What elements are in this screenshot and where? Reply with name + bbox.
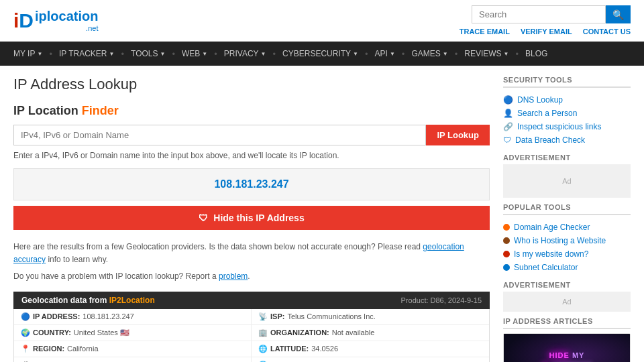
sidebar-item-search-person[interactable]: 👤 Search a Person xyxy=(503,107,631,120)
popular-item-domain[interactable]: Domain Age Checker xyxy=(503,221,631,234)
nav-item-myip[interactable]: MY IP▼ xyxy=(7,42,49,66)
ip-address-display: 108.181.23.247 xyxy=(214,178,288,190)
red-dot-icon xyxy=(503,251,510,257)
brown-dot-icon xyxy=(503,237,510,244)
geo-cell-ip: 🔵IP ADDRESS:108.181.23.247 xyxy=(14,309,252,325)
contact-us-link[interactable]: CONTACT US xyxy=(583,27,631,36)
finder-description: Enter a IPv4, IPv6 or Domain name into t… xyxy=(13,151,490,160)
article-card: HIDE MY IP ADDRESS March 1, 2016 How to … xyxy=(503,333,631,362)
top-links: TRACE EMAIL VERIFY EMAIL CONTACT US xyxy=(460,27,631,36)
geo-cell-isp: 📡ISP:Telus Communications Inc. xyxy=(252,309,489,325)
ad-placeholder-2: Ad xyxy=(503,292,631,312)
search-input[interactable] xyxy=(472,5,606,23)
finder-input-row: IP Lookup xyxy=(13,125,490,145)
ip2location-brand: IP2Location xyxy=(109,296,155,305)
logo-net: .net xyxy=(35,24,98,32)
shield-icon: 🛡 xyxy=(199,213,208,223)
blue-dot-icon xyxy=(503,264,510,271)
nav-item-games[interactable]: GAMES▼ xyxy=(405,42,454,66)
nav-item-tools[interactable]: TOOLS▼ xyxy=(124,42,172,66)
geo-data-grid: 🔵IP ADDRESS:108.181.23.247 📡ISP:Telus Co… xyxy=(13,309,490,362)
finder-section: IP Location Finder IP Lookup Enter a IPv… xyxy=(13,104,490,160)
hide-text: HIDE xyxy=(549,351,570,359)
nav-item-api[interactable]: API▼ xyxy=(368,42,402,66)
popular-item-hosting[interactable]: Who is Hosting a Website xyxy=(503,234,631,247)
ip-display-box: 108.181.23.247 xyxy=(13,168,490,200)
product-info: Product: D86, 2024-9-15 xyxy=(401,296,482,304)
geo-cell-lat: 🌐LATITUDE:34.0526 xyxy=(252,341,489,357)
nav-item-tracker[interactable]: IP TRACKER▼ xyxy=(52,42,121,66)
geo-cell-city: 🏙CITY:Los Angeles xyxy=(14,357,252,362)
nav-item-cybersecurity[interactable]: CYBERSECURITY▼ xyxy=(276,42,365,66)
articles-title: IP ADDRESS ARTICLES xyxy=(503,317,631,329)
geo-cell-org: 🏢ORGANIZATION:Not available xyxy=(252,325,489,341)
header: iD iplocation .net 🔍 TRACE EMAIL VERIFY … xyxy=(0,0,644,42)
problem-link[interactable]: problem xyxy=(219,272,248,281)
search-button[interactable]: 🔍 xyxy=(606,5,631,23)
hide-ip-button[interactable]: 🛡 Hide this IP Address xyxy=(13,206,490,230)
nav-item-blog[interactable]: BLOG xyxy=(519,42,554,66)
finder-title: IP Location Finder xyxy=(13,104,490,118)
header-right: 🔍 TRACE EMAIL VERIFY EMAIL CONTACT US xyxy=(460,5,631,36)
sidebar-item-breach-check[interactable]: 🛡 Data Breach Check xyxy=(503,133,631,147)
content-wrapper: IP Address Lookup IP Location Finder IP … xyxy=(0,66,644,362)
geo-desc-2: Do you have a problem with IP location l… xyxy=(13,270,490,283)
ad-placeholder-1: Ad xyxy=(503,164,631,198)
geo-desc-1: Here are the results from a few Geolocat… xyxy=(13,241,490,266)
main-nav: MY IP▼ • IP TRACKER▼ • TOOLS▼ • WEB▼ • P… xyxy=(0,42,644,66)
orange-dot-icon xyxy=(503,224,510,231)
advertisement-1: ADVERTISEMENT xyxy=(503,154,631,162)
ip-lookup-button[interactable]: IP Lookup xyxy=(426,125,490,145)
popular-item-subnet[interactable]: Subnet Calculator xyxy=(503,261,631,274)
person-icon: 👤 xyxy=(503,109,513,118)
search-bar: 🔍 xyxy=(472,5,631,23)
geo-cell-country: 🌍COUNTRY:United States 🇺🇸 xyxy=(14,325,252,341)
logo-text: iplocation xyxy=(35,9,98,23)
sidebar-item-inspect-links[interactable]: 🔗 Inspect suspicious links xyxy=(503,120,631,133)
advertisement-2: ADVERTISEMENT xyxy=(503,281,631,289)
geo-cell-region: 📍REGION:California xyxy=(14,341,252,357)
geo-table-header: Geolocation data from IP2Location Produc… xyxy=(13,292,490,309)
popular-item-website-down[interactable]: Is my website down? xyxy=(503,247,631,261)
nav-item-privacy[interactable]: PRIVACY▼ xyxy=(217,42,273,66)
security-tools-title: SECURITY TOOLS xyxy=(503,76,631,88)
article-image[interactable]: HIDE MY IP ADDRESS xyxy=(504,334,630,362)
verify-email-link[interactable]: VERIFY EMAIL xyxy=(521,27,572,36)
nav-item-reviews[interactable]: REVIEWS▼ xyxy=(458,42,515,66)
geo-cell-lon: 🌐LONGITUDE:-118.2439 xyxy=(252,357,489,362)
dns-icon: 🔵 xyxy=(503,95,513,105)
sidebar-item-dns[interactable]: 🔵 DNS Lookup xyxy=(503,93,631,107)
page-title: IP Address Lookup xyxy=(13,76,490,93)
logo-d: D xyxy=(19,9,34,32)
main-content: IP Address Lookup IP Location Finder IP … xyxy=(13,76,490,362)
nav-item-web[interactable]: WEB▼ xyxy=(175,42,214,66)
popular-tools-section: POPULAR TOOLS Domain Age Checker Who is … xyxy=(503,203,631,274)
sidebar: SECURITY TOOLS 🔵 DNS Lookup 👤 Search a P… xyxy=(503,76,631,362)
link-icon: 🔗 xyxy=(503,122,513,131)
logo[interactable]: iD iplocation .net xyxy=(13,9,98,32)
finder-input[interactable] xyxy=(13,125,426,145)
popular-tools-title: POPULAR TOOLS xyxy=(503,203,631,215)
security-tools-section: SECURITY TOOLS 🔵 DNS Lookup 👤 Search a P… xyxy=(503,76,631,147)
shield-sidebar-icon: 🛡 xyxy=(503,135,511,145)
trace-email-link[interactable]: TRACE EMAIL xyxy=(460,27,510,36)
